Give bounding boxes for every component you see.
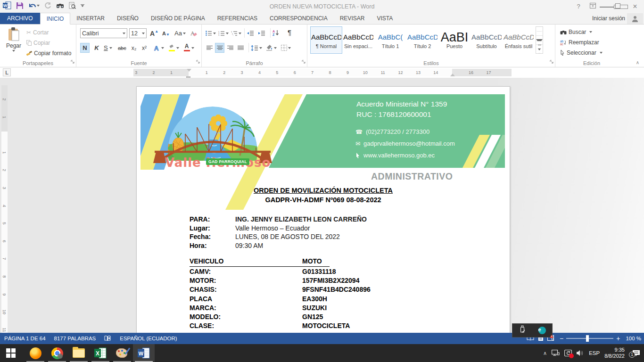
tab-stop-selector[interactable]: L bbox=[3, 68, 11, 76]
superscript-button[interactable]: x² bbox=[140, 43, 149, 53]
taskbar-paint[interactable] bbox=[111, 344, 133, 362]
zoom-slider-thumb[interactable] bbox=[586, 335, 589, 342]
clear-formatting-button[interactable]: A bbox=[189, 28, 198, 38]
help-button[interactable]: ? bbox=[571, 0, 586, 13]
font-family-select[interactable]: Calibri bbox=[80, 28, 127, 38]
taskbar-firefox[interactable] bbox=[25, 344, 46, 362]
style-item[interactable]: AaBbCcD Subtítulo bbox=[471, 26, 503, 54]
taskbar-word[interactable]: W bbox=[133, 344, 155, 362]
windows-update-icon[interactable] bbox=[564, 350, 572, 356]
style-item[interactable]: AaBbC( Título 1 bbox=[374, 26, 406, 54]
zoom-level[interactable]: 100 % bbox=[626, 336, 641, 341]
collapse-ribbon-button[interactable]: ∧ bbox=[636, 60, 639, 65]
ribbon-display-options-button[interactable] bbox=[586, 0, 600, 13]
styles-gallery-expand[interactable] bbox=[536, 45, 543, 53]
styles-scroll-up[interactable] bbox=[536, 27, 543, 36]
bullets-button[interactable] bbox=[205, 28, 217, 38]
align-center-button[interactable] bbox=[215, 43, 224, 53]
taskbar-chrome[interactable] bbox=[46, 344, 68, 362]
paste-dropdown-caret[interactable] bbox=[12, 50, 15, 52]
start-button[interactable] bbox=[0, 344, 22, 362]
subscript-button[interactable]: x₂ bbox=[129, 43, 139, 53]
word-count[interactable]: 8177 PALABRAS bbox=[50, 333, 100, 344]
ribbon-tab[interactable]: VISTA bbox=[371, 13, 399, 24]
shading-button[interactable] bbox=[265, 43, 278, 53]
increase-indent-button[interactable] bbox=[257, 28, 266, 38]
multilevel-list-button[interactable]: 1ai bbox=[230, 28, 242, 38]
styles-dialog-launcher[interactable] bbox=[550, 59, 554, 66]
clock[interactable]: 9:35 8/8/2022 bbox=[604, 347, 625, 359]
page-indicator[interactable]: PÁGINA 1 DE 64 bbox=[0, 333, 50, 344]
zoom-out-button[interactable]: − bbox=[560, 334, 563, 343]
ribbon-tab[interactable]: INSERTAR bbox=[70, 13, 111, 24]
security-app-icon[interactable]: e bbox=[538, 327, 546, 334]
show-paragraph-marks-button[interactable]: ¶ bbox=[285, 27, 294, 37]
format-painter-button[interactable]: Copiar formato bbox=[26, 50, 71, 57]
find-menu-button[interactable]: Buscar bbox=[560, 29, 592, 35]
line-spacing-button[interactable] bbox=[250, 43, 263, 53]
clipboard-dialog-launcher[interactable] bbox=[71, 59, 75, 66]
styles-scroll-down[interactable] bbox=[536, 36, 543, 45]
user-avatar-icon[interactable] bbox=[627, 13, 643, 24]
font-size-select[interactable]: 12 bbox=[129, 28, 147, 38]
font-dialog-launcher[interactable] bbox=[196, 59, 200, 66]
minimize-button[interactable] bbox=[600, 0, 614, 13]
bold-button[interactable]: N bbox=[80, 43, 90, 53]
proofing-status[interactable] bbox=[100, 333, 116, 344]
font-color-button[interactable]: A bbox=[182, 42, 191, 52]
first-line-indent-marker[interactable] bbox=[187, 69, 191, 72]
restore-button[interactable] bbox=[614, 0, 628, 13]
ribbon-tab[interactable]: REFERENCIAS bbox=[211, 13, 264, 24]
ribbon-tab[interactable]: DISEÑO DE PÁGINA bbox=[145, 13, 211, 24]
shrink-font-button[interactable]: A▼ bbox=[161, 28, 171, 38]
taskbar-file-explorer[interactable] bbox=[68, 344, 90, 362]
align-right-button[interactable] bbox=[225, 43, 235, 53]
taskbar-excel[interactable]: X bbox=[90, 344, 111, 362]
sign-in-link[interactable]: Iniciar sesión bbox=[592, 15, 625, 22]
decrease-indent-button[interactable] bbox=[246, 28, 255, 38]
zoom-in-button[interactable]: + bbox=[616, 334, 620, 343]
borders-button[interactable] bbox=[280, 43, 292, 53]
cut-button[interactable]: ✂ Cortar bbox=[26, 29, 49, 36]
highlight-dropdown-caret[interactable] bbox=[176, 47, 179, 49]
tray-expand-chevron[interactable]: ∧ bbox=[543, 350, 547, 356]
action-center-icon[interactable]: 1 bbox=[632, 350, 640, 357]
usb-device-icon[interactable] bbox=[519, 325, 526, 336]
numbering-button[interactable]: 123 bbox=[217, 28, 230, 38]
close-button[interactable]: × bbox=[628, 0, 642, 13]
paragraph-dialog-launcher[interactable] bbox=[302, 59, 306, 66]
ribbon-tab[interactable]: DISEÑO bbox=[111, 13, 145, 24]
style-item[interactable]: AaBbCcDc ¶ Normal bbox=[310, 26, 342, 54]
replace-button[interactable]: abac Reemplazar bbox=[560, 39, 599, 46]
grow-font-button[interactable]: A▲ bbox=[149, 28, 159, 38]
align-left-button[interactable] bbox=[205, 43, 214, 53]
text-effects-button[interactable]: A bbox=[153, 43, 165, 53]
style-item[interactable]: AaBbCcDc Sin espaci... bbox=[342, 26, 374, 54]
italic-button[interactable]: K bbox=[92, 43, 101, 53]
document-area[interactable]: 211234567891011 bbox=[0, 78, 644, 333]
ribbon-tab[interactable]: ARCHIVO bbox=[0, 13, 40, 24]
zoom-slider[interactable] bbox=[566, 338, 613, 339]
style-item[interactable]: AaBbCcDc Énfasis sutil bbox=[503, 26, 535, 54]
paste-button[interactable]: Pegar bbox=[4, 27, 24, 52]
sort-button[interactable]: AZ bbox=[272, 27, 281, 37]
highlight-button[interactable] bbox=[167, 43, 176, 53]
font-color-dropdown-caret[interactable] bbox=[191, 47, 194, 49]
copy-button[interactable]: Copiar bbox=[26, 40, 50, 46]
ribbon-tab[interactable]: REVISAR bbox=[334, 13, 371, 24]
network-icon[interactable] bbox=[552, 350, 560, 356]
style-item[interactable]: AaBI Puesto bbox=[438, 26, 471, 54]
underline-button[interactable]: S bbox=[103, 43, 113, 53]
volume-icon[interactable] bbox=[577, 350, 584, 356]
change-case-button[interactable]: Aa bbox=[173, 28, 187, 38]
ribbon-tab[interactable]: CORRESPONDENCIA bbox=[264, 13, 334, 24]
language-indicator[interactable]: ESPAÑOL (ECUADOR) bbox=[116, 333, 181, 344]
right-indent-marker[interactable] bbox=[450, 74, 455, 76]
document-page[interactable]: Acuerdo Ministerial N° 1359 RUC : 176812… bbox=[136, 86, 510, 333]
justify-button[interactable] bbox=[236, 43, 245, 53]
select-menu-button[interactable]: Seleccionar bbox=[560, 49, 603, 56]
style-item[interactable]: AaBbCcD Título 2 bbox=[406, 26, 438, 54]
strikethrough-button[interactable]: abc bbox=[117, 43, 127, 53]
ribbon-tab[interactable]: INICIO bbox=[40, 13, 71, 25]
vertical-ruler[interactable]: 211234567891011 bbox=[1, 85, 8, 333]
